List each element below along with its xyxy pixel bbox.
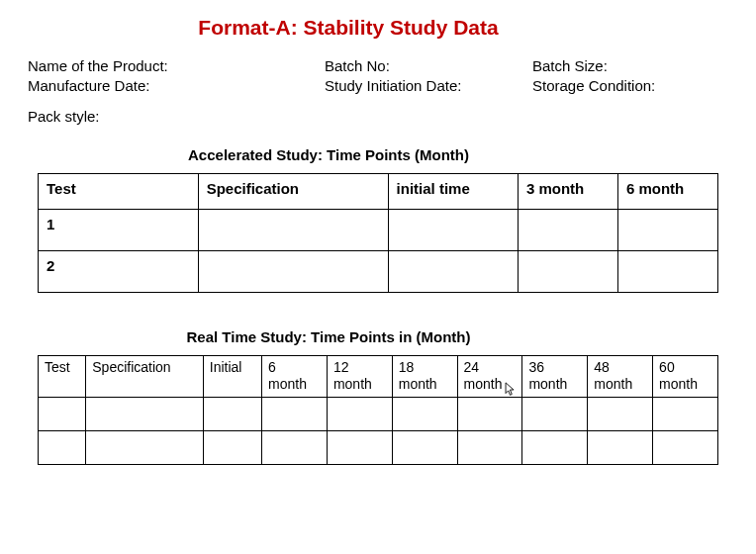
cell-spec	[198, 210, 388, 251]
cell-60month	[653, 398, 718, 431]
col-header-18month: 18 month	[392, 356, 457, 398]
cell-48month	[588, 431, 653, 465]
cell-60month	[653, 431, 718, 465]
batch-size-label: Batch Size:	[532, 57, 728, 74]
col-header-unit: month	[659, 376, 711, 393]
cell-test	[39, 398, 86, 431]
cell-48month	[588, 398, 653, 431]
col-header-test: Test	[39, 174, 199, 210]
cell-36month	[522, 431, 588, 465]
col-header-60month: 60 month	[653, 356, 718, 398]
cell-test: 1	[39, 210, 199, 251]
col-header-spec: Specification	[86, 356, 204, 398]
col-header-spec: Specification	[198, 174, 388, 210]
table-row	[39, 431, 718, 465]
study-init-label: Study Initiation Date:	[325, 77, 532, 94]
cell-36month	[522, 398, 588, 431]
cell-spec	[86, 431, 204, 465]
cell-24month	[457, 398, 522, 431]
mfg-date-label: Manufacture Date:	[28, 77, 325, 94]
meta-row-1: Name of the Product: Batch No: Batch Siz…	[28, 57, 728, 74]
meta-section: Name of the Product: Batch No: Batch Siz…	[28, 57, 728, 94]
col-header-unit: month	[464, 376, 517, 393]
cell-test	[39, 431, 86, 465]
cell-initial	[388, 251, 518, 293]
col-header-num: 48	[594, 359, 646, 376]
meta-row-2: Manufacture Date: Study Initiation Date:…	[28, 77, 728, 94]
realtime-study-table: Test Specification Initial 6 month 12 mo…	[38, 355, 718, 465]
accelerated-study-table: Test Specification initial time 3 month …	[38, 173, 718, 293]
cell-initial	[388, 210, 518, 251]
col-header-num: 18	[399, 359, 451, 376]
col-header-num: 6	[268, 359, 321, 376]
col-header-12month: 12 month	[327, 356, 392, 398]
storage-label: Storage Condition:	[532, 77, 728, 94]
cell-initial	[203, 431, 261, 465]
cell-3month	[518, 251, 617, 293]
cell-6month	[262, 398, 328, 431]
col-header-initial: Initial	[203, 356, 261, 398]
col-header-3month: 3 month	[518, 174, 617, 210]
col-header-unit: month	[333, 376, 386, 393]
col-header-36month: 36 month	[522, 356, 588, 398]
pack-style-label: Pack style:	[28, 108, 728, 125]
cell-6month	[262, 431, 328, 465]
product-label: Name of the Product:	[28, 57, 325, 74]
col-header-num: 12	[333, 359, 386, 376]
col-header-num: 36	[528, 359, 581, 376]
col-header-unit: month	[594, 376, 646, 393]
cell-6month	[617, 251, 717, 293]
cell-6month	[617, 210, 717, 251]
cell-18month	[392, 398, 457, 431]
table-header-row: Test Specification Initial 6 month 12 mo…	[39, 356, 718, 398]
col-header-6month: 6 month	[262, 356, 328, 398]
col-header-num: 60	[659, 359, 711, 376]
table-row	[39, 398, 718, 431]
cell-test: 2	[39, 251, 199, 293]
cell-18month	[392, 431, 457, 465]
table-row: 1	[39, 210, 718, 251]
accel-section-title: Accelerated Study: Time Points (Month)	[127, 146, 530, 163]
realtime-section-title: Real Time Study: Time Points in (Month)	[127, 328, 530, 345]
cell-3month	[518, 210, 617, 251]
col-header-unit: month	[528, 376, 581, 393]
col-header-num: 24	[464, 359, 517, 376]
batch-no-label: Batch No:	[325, 57, 532, 74]
col-header-unit: month	[399, 376, 451, 393]
table-header-row: Test Specification initial time 3 month …	[39, 174, 718, 210]
col-header-initial: initial time	[388, 174, 518, 210]
cell-spec	[86, 398, 204, 431]
table-row: 2	[39, 251, 718, 293]
cell-24month	[457, 431, 522, 465]
col-header-24month: 24 month	[457, 356, 522, 398]
cell-initial	[203, 398, 261, 431]
cell-spec	[198, 251, 388, 293]
cell-12month	[327, 398, 392, 431]
col-header-test: Test	[39, 356, 86, 398]
page-title: Format-A: Stability Study Data	[127, 16, 570, 40]
cell-12month	[327, 431, 392, 465]
col-header-6month: 6 month	[617, 174, 717, 210]
col-header-unit: month	[268, 376, 321, 393]
col-header-48month: 48 month	[588, 356, 653, 398]
